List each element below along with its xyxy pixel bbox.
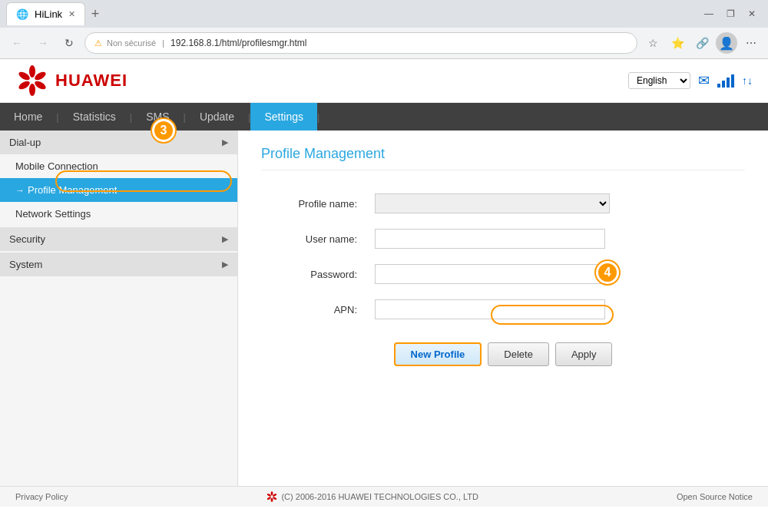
tab-favicon: 🌐 bbox=[16, 8, 28, 20]
svg-point-2 bbox=[33, 80, 47, 91]
sidebar-group-label-security: Security bbox=[9, 233, 45, 245]
back-button[interactable]: ← bbox=[6, 32, 28, 54]
footer-logo-icon bbox=[266, 491, 278, 502]
svg-point-0 bbox=[29, 65, 35, 78]
header-right: English Français Deutsch ✉ ↑↓ bbox=[628, 72, 753, 89]
title-bar: 🌐 HiLink ✕ + — ❐ ✕ bbox=[0, 0, 768, 28]
sidebar-group-security: Security ▶ bbox=[0, 227, 237, 251]
sidebar-group-header-dialup[interactable]: Dial-up ▶ bbox=[0, 131, 237, 154]
profile-name-cell bbox=[369, 186, 745, 221]
data-transfer-icon: ↑↓ bbox=[742, 74, 753, 87]
sidebar-item-mobile-connection[interactable]: Mobile Connection bbox=[0, 154, 237, 178]
bookmark-icon[interactable]: ☆ bbox=[642, 32, 664, 54]
svg-point-4 bbox=[18, 80, 31, 91]
nav-statistics[interactable]: Statistics bbox=[59, 103, 130, 131]
huawei-logo-icon bbox=[15, 65, 49, 96]
svg-point-5 bbox=[18, 71, 31, 82]
security-warning-icon: ⚠ bbox=[94, 38, 102, 48]
profile-name-label: Profile name: bbox=[261, 186, 369, 221]
new-tab-button[interactable]: + bbox=[85, 4, 105, 24]
password-cell bbox=[369, 256, 745, 292]
button-row: New Profile Delete Apply bbox=[261, 342, 745, 366]
step-3-badge: 3 bbox=[152, 119, 175, 142]
chevron-down-icon: ▶ bbox=[222, 137, 228, 147]
password-input[interactable] bbox=[375, 264, 605, 284]
nav-settings[interactable]: Settings bbox=[250, 103, 317, 131]
avatar-icon: 👤 bbox=[719, 36, 734, 51]
tab-close-btn[interactable]: ✕ bbox=[68, 9, 75, 19]
nav-update[interactable]: Update bbox=[186, 103, 248, 131]
svg-point-1 bbox=[33, 71, 47, 82]
svg-point-11 bbox=[267, 493, 272, 497]
sidebar-group-label-dialup: Dial-up bbox=[9, 137, 41, 148]
sidebar-group-dialup: Dial-up ▶ Mobile Connection → Profile Ma… bbox=[0, 131, 237, 226]
more-options-icon[interactable]: ⋯ bbox=[740, 32, 762, 54]
svg-point-7 bbox=[273, 493, 277, 497]
collection-icon[interactable]: 🔗 bbox=[691, 32, 713, 54]
main-content: Profile Management Profile name: User na… bbox=[238, 131, 768, 486]
open-source-link[interactable]: Open Source Notice bbox=[677, 492, 753, 501]
sidebar-group-header-security[interactable]: Security ▶ bbox=[0, 227, 237, 251]
address-right-buttons: ☆ ⭐ 🔗 👤 ⋯ bbox=[642, 32, 762, 54]
user-name-input[interactable] bbox=[375, 229, 605, 249]
arrow-icon: → bbox=[15, 185, 25, 196]
signal-strength-icon bbox=[717, 74, 734, 88]
minimize-button[interactable]: — bbox=[699, 6, 719, 21]
url-warning-text: Non sécurisé bbox=[107, 38, 156, 48]
forward-button[interactable]: → bbox=[32, 32, 54, 54]
copyright-text: (C) 2006-2016 HUAWEI TECHNOLOGIES CO., L… bbox=[281, 492, 478, 501]
user-name-cell bbox=[369, 221, 745, 256]
apply-button[interactable]: Apply bbox=[555, 342, 613, 366]
svg-point-8 bbox=[273, 496, 277, 500]
browser-tab[interactable]: 🌐 HiLink ✕ bbox=[6, 2, 85, 25]
main-nav: Home | Statistics | SMS | Update | Setti… bbox=[0, 103, 768, 131]
new-profile-button[interactable]: New Profile bbox=[394, 342, 482, 366]
svg-point-10 bbox=[267, 496, 272, 500]
mail-icon[interactable]: ✉ bbox=[698, 72, 710, 89]
chevron-right-icon-2: ▶ bbox=[222, 259, 228, 269]
address-field[interactable]: ⚠ Non sécurisé | 192.168.8.1/html/profil… bbox=[84, 32, 637, 54]
apn-input[interactable] bbox=[375, 299, 605, 319]
sidebar-group-header-system[interactable]: System ▶ bbox=[0, 253, 237, 276]
refresh-button[interactable]: ↻ bbox=[58, 32, 80, 54]
huawei-logo: HUAWEI bbox=[15, 65, 127, 96]
sidebar: Dial-up ▶ Mobile Connection → Profile Ma… bbox=[0, 131, 238, 486]
chevron-right-icon: ▶ bbox=[222, 234, 228, 244]
step-4-badge: 4 bbox=[596, 261, 619, 284]
apn-cell bbox=[369, 292, 745, 327]
sidebar-group-label-system: System bbox=[9, 259, 42, 270]
nav-home[interactable]: Home bbox=[0, 103, 56, 131]
profile-name-select[interactable] bbox=[375, 193, 610, 213]
close-button[interactable]: ✕ bbox=[742, 6, 762, 21]
svg-point-3 bbox=[29, 84, 35, 96]
apn-label: APN: bbox=[261, 292, 369, 327]
sidebar-item-profile-management[interactable]: → Profile Management bbox=[0, 178, 237, 202]
favorites-icon[interactable]: ⭐ bbox=[667, 32, 688, 54]
privacy-policy-link[interactable]: Privacy Policy bbox=[15, 492, 68, 501]
delete-button[interactable]: Delete bbox=[488, 342, 549, 366]
footer-logo: (C) 2006-2016 HUAWEI TECHNOLOGIES CO., L… bbox=[266, 491, 478, 502]
password-label: Password: bbox=[261, 256, 369, 292]
page-title: Profile Management bbox=[261, 146, 745, 170]
language-select[interactable]: English Français Deutsch bbox=[628, 72, 690, 89]
profile-form: Profile name: User name: Password: bbox=[261, 186, 745, 327]
sidebar-group-system: System ▶ bbox=[0, 253, 237, 276]
browser-chrome: 🌐 HiLink ✕ + — ❐ ✕ ← → ↻ ⚠ Non sécurisé … bbox=[0, 0, 768, 59]
profile-avatar[interactable]: 👤 bbox=[716, 32, 737, 54]
top-header: HUAWEI English Français Deutsch ✉ ↑↓ bbox=[0, 59, 768, 103]
restore-button[interactable]: ❐ bbox=[720, 6, 740, 21]
logo-text: HUAWEI bbox=[55, 71, 127, 91]
footer: Privacy Policy (C) 2006-2016 HUAWEI TECH… bbox=[0, 486, 768, 507]
page-wrapper: HUAWEI English Français Deutsch ✉ ↑↓ Hom… bbox=[0, 59, 768, 507]
window-controls: — ❐ ✕ bbox=[699, 6, 762, 21]
svg-point-6 bbox=[271, 491, 273, 496]
user-name-label: User name: bbox=[261, 221, 369, 256]
content-area: Dial-up ▶ Mobile Connection → Profile Ma… bbox=[0, 131, 768, 486]
address-bar-row: ← → ↻ ⚠ Non sécurisé | 192.168.8.1/html/… bbox=[0, 28, 768, 58]
svg-point-9 bbox=[271, 497, 273, 502]
sidebar-item-network-settings[interactable]: Network Settings bbox=[0, 202, 237, 226]
tab-title: HiLink bbox=[35, 8, 62, 20]
url-text: 192.168.8.1/html/profilesmgr.html bbox=[170, 38, 627, 48]
